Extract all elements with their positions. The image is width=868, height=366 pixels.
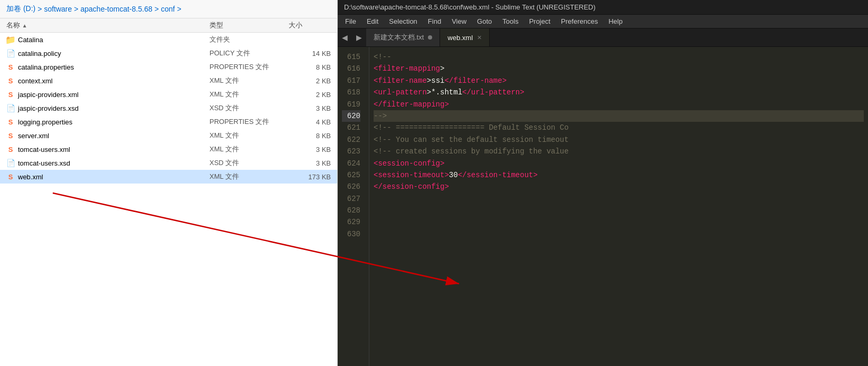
file-size: 8 KB <box>289 63 331 71</box>
file-row[interactable]: 📄 catalina.policy POLICY 文件 14 KB <box>0 46 337 60</box>
sublime-icon: S <box>6 145 15 153</box>
line-number: 626 <box>342 181 360 192</box>
breadcrumb-sep1: > <box>37 5 42 13</box>
col-type[interactable]: 类型 <box>209 21 289 30</box>
file-type: XML 文件 <box>209 90 289 99</box>
file-name: catalina.policy <box>18 50 61 57</box>
line-number: 616 <box>342 63 360 74</box>
code-line: <filter-name>ssi</filter-name> <box>374 75 864 86</box>
col-size[interactable]: 大小 <box>289 21 331 30</box>
file-name-cell: 📄 jaspic-providers.xsd <box>6 104 209 112</box>
sort-indicator: ▲ <box>22 23 27 28</box>
file-type: PROPERTIES 文件 <box>209 117 289 127</box>
file-name: web.xml <box>18 173 43 181</box>
file-row[interactable]: 📁 Catalina 文件夹 <box>0 33 337 46</box>
file-icon: 📄 <box>6 49 15 57</box>
file-size: 8 KB <box>289 132 331 140</box>
file-row[interactable]: S server.xml XML 文件 8 KB <box>0 129 337 142</box>
sublime-icon: S <box>6 172 15 181</box>
file-name: server.xml <box>18 132 49 140</box>
sublime-icon: S <box>6 118 15 126</box>
file-list: 📁 Catalina 文件夹 📄 catalina.policy POLICY … <box>0 33 337 366</box>
file-name: jaspic-providers.xsd <box>18 104 79 112</box>
code-line: <!-- <box>374 51 864 63</box>
file-type: XSD 文件 <box>209 158 289 168</box>
sublime-icon: S <box>6 63 15 71</box>
file-row[interactable]: S context.xml XML 文件 2 KB <box>0 74 337 88</box>
code-line: <!-- You can set the default session tim… <box>374 134 864 146</box>
tab-dot <box>428 35 432 40</box>
file-name-cell: S server.xml <box>6 131 209 140</box>
line-number: 628 <box>342 205 360 216</box>
file-row[interactable]: S jaspic-providers.xml XML 文件 2 KB <box>0 88 337 101</box>
line-number: 624 <box>342 158 360 169</box>
menu-item-view[interactable]: View <box>446 15 472 28</box>
file-size: 3 KB <box>289 104 331 112</box>
file-name-cell: S web.xml <box>6 172 209 181</box>
file-row[interactable]: S catalina.properties PROPERTIES 文件 8 KB <box>0 60 337 74</box>
file-size: 2 KB <box>289 91 331 99</box>
menu-item-project[interactable]: Project <box>524 15 556 28</box>
breadcrumb-conf[interactable]: conf <box>161 5 175 13</box>
file-name: tomcat-users.xsd <box>18 159 70 167</box>
menu-item-selection[interactable]: Selection <box>384 15 422 28</box>
file-name: context.xml <box>18 77 53 85</box>
menu-item-edit[interactable]: Edit <box>361 15 384 28</box>
file-row[interactable]: S web.xml XML 文件 173 KB <box>0 170 337 184</box>
menu-item-file[interactable]: File <box>340 15 361 28</box>
col-name[interactable]: 名称 ▲ <box>6 21 209 30</box>
menu-item-find[interactable]: Find <box>423 15 446 28</box>
tab-0[interactable]: 新建文本文档.txt <box>366 28 440 46</box>
file-row[interactable]: 📄 jaspic-providers.xsd XSD 文件 3 KB <box>0 101 337 115</box>
menu-item-goto[interactable]: Goto <box>472 15 497 28</box>
tab-1[interactable]: web.xml✕ <box>440 28 490 46</box>
tab-next-button[interactable]: ▶ <box>352 28 366 46</box>
sublime-icon: S <box>6 76 15 85</box>
code-line: </filter-mapping> <box>374 99 864 110</box>
line-number: 620 <box>342 110 360 122</box>
file-row[interactable]: S logging.properties PROPERTIES 文件 4 KB <box>0 115 337 129</box>
file-name-cell: S jaspic-providers.xml <box>6 90 209 99</box>
file-row[interactable]: 📄 tomcat-users.xsd XSD 文件 3 KB <box>0 156 337 170</box>
file-type: POLICY 文件 <box>209 49 289 58</box>
menu-item-tools[interactable]: Tools <box>497 15 523 28</box>
breadcrumb-sep2: > <box>74 5 78 13</box>
sublime-icon: S <box>6 90 15 99</box>
sublime-icon: S <box>6 131 15 140</box>
file-name: logging.properties <box>18 118 72 126</box>
file-name: catalina.properties <box>18 63 74 71</box>
line-number: 630 <box>342 228 360 240</box>
code-line: </session-config> <box>374 181 864 192</box>
file-size: 4 KB <box>289 118 331 126</box>
code-line: <session-config> <box>374 158 864 169</box>
breadcrumb-drive[interactable]: 加卷 (D:) <box>6 4 35 14</box>
code-line: <!-- created sessions by modifying the v… <box>374 146 864 157</box>
line-number: 627 <box>342 193 360 205</box>
folder-icon: 📁 <box>6 35 15 44</box>
line-number: 619 <box>342 99 360 110</box>
sublime-title: D:\software\apache-tomcat-8.5.68\conf\we… <box>344 3 596 11</box>
menu-item-preferences[interactable]: Preferences <box>556 15 603 28</box>
tab-prev-button[interactable]: ◀ <box>338 28 352 46</box>
file-row[interactable]: S tomcat-users.xml XML 文件 3 KB <box>0 142 337 156</box>
tab-label: 新建文本文档.txt <box>374 33 424 42</box>
file-size: 2 KB <box>289 77 331 85</box>
breadcrumb[interactable]: 加卷 (D:) > software > apache-tomcat-8.5.6… <box>0 0 337 18</box>
file-explorer: 加卷 (D:) > software > apache-tomcat-8.5.6… <box>0 0 338 366</box>
sublime-title-bar: D:\software\apache-tomcat-8.5.68\conf\we… <box>338 0 868 15</box>
line-number: 615 <box>342 51 360 63</box>
file-size: 3 KB <box>289 146 331 153</box>
tab-close-button[interactable]: ✕ <box>477 34 482 41</box>
file-name: Catalina <box>18 36 43 44</box>
sublime-menu-bar: FileEditSelectionFindViewGotoToolsProjec… <box>338 15 868 28</box>
file-name-cell: S logging.properties <box>6 118 209 126</box>
breadcrumb-tomcat[interactable]: apache-tomcat-8.5.68 <box>81 5 152 13</box>
menu-item-help[interactable]: Help <box>603 15 628 28</box>
file-type: XML 文件 <box>209 131 289 140</box>
breadcrumb-software[interactable]: software <box>44 5 72 13</box>
code-line: <session-timeout>30</session-timeout> <box>374 169 864 181</box>
file-icon: 📄 <box>6 159 15 167</box>
file-name-cell: 📄 catalina.policy <box>6 49 209 57</box>
line-number: 621 <box>342 122 360 133</box>
breadcrumb-sep4: > <box>177 5 181 13</box>
